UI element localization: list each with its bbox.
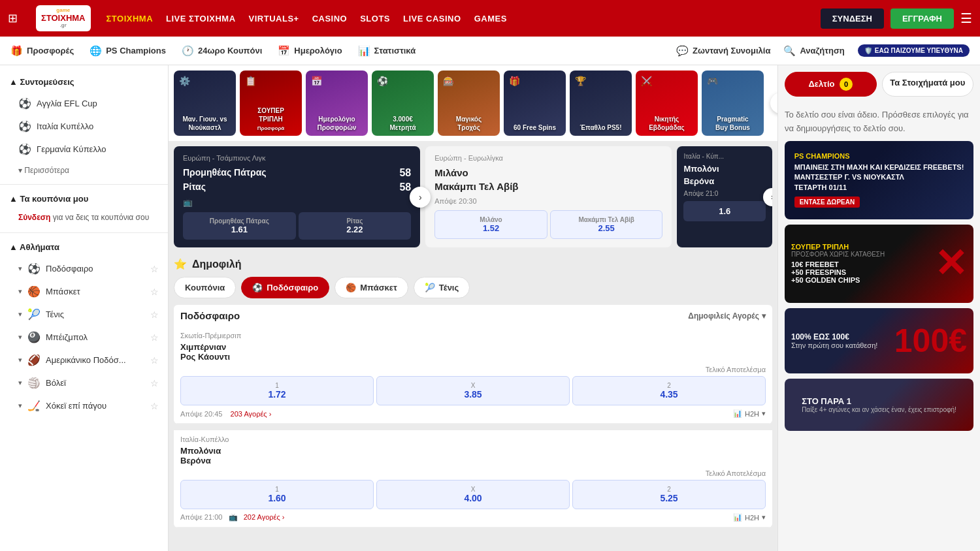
odd-2-x[interactable]: Χ 4.00 xyxy=(376,480,570,509)
odd-1-1[interactable]: 1 1.72 xyxy=(180,376,374,405)
star-icon[interactable]: ☆ xyxy=(150,264,159,274)
match-footer-1: Απόψε 20:45 203 Αγορές › 📊 H2H ▾ xyxy=(180,409,766,418)
live-bet-team1[interactable]: Προμηθέας Πάτρας 1.61 xyxy=(183,212,296,240)
sidebar-item-baseball[interactable]: ▾ 🎱 Μπέιζμπολ ☆ xyxy=(0,326,168,349)
sidebar-item-italy-cup[interactable]: ⚽ Ιταλία Κυπέλλο xyxy=(0,115,168,138)
sidebar-item-england-efl[interactable]: ⚽ Αγγλία EFL Cup xyxy=(0,92,168,115)
chevron-down-icon: ▾ xyxy=(18,401,22,410)
promo-card-freespins[interactable]: 🎁 60 Free Spins xyxy=(504,71,566,136)
subnav-ps-champions[interactable]: 🌐 PS Champions xyxy=(90,45,166,57)
promo-card-pragmatic[interactable]: 🎮 PragmaticBuy Bonus xyxy=(702,71,764,136)
banner-para1[interactable]: ΣΤΟ ΠΑΡΑ 1 Παίξε 4+ αγώνες και αν χάσεις… xyxy=(785,379,973,431)
h2h-btn-1[interactable]: 📊 H2H ▾ xyxy=(733,409,766,418)
sidebar-item-volleyball[interactable]: ▾ 🏐 Βόλεϊ ☆ xyxy=(0,371,168,394)
hamburger-icon[interactable]: ☰ xyxy=(960,10,972,26)
star-icon[interactable]: ☆ xyxy=(150,309,159,320)
sidebar-coupons-header[interactable]: ▲ Τα κουπόνια μου xyxy=(0,189,168,209)
markets-dropdown[interactable]: Δημοφιλείς Αγορές ▾ xyxy=(688,311,766,321)
football-tab-icon: ⚽ xyxy=(252,283,263,292)
tab-coupons[interactable]: Κουπόνια xyxy=(174,277,236,298)
sidebar-item-germany-cup[interactable]: ⚽ Γερμανία Κύπελλο xyxy=(0,138,168,161)
markets-link-1[interactable]: 203 Αγορές › xyxy=(231,410,272,418)
gift-icon: 🎁 xyxy=(10,45,23,57)
sidebar-item-football[interactable]: ▾ ⚽ Ποδόσφαιρο ☆ xyxy=(0,257,168,280)
grid-icon[interactable]: ⊞ xyxy=(8,11,18,25)
promo-card-battles[interactable]: ⚔️ ΝικητήςΕβδομάδας xyxy=(636,71,698,136)
match2-team1-btn[interactable]: Μιλάνο 1.52 xyxy=(434,210,547,239)
betslip-tab-active[interactable]: Δελτίο 0 xyxy=(785,72,877,97)
banner-triple[interactable]: ΣΟΥΠΕΡ ΤΡΙΠΛΗ ΠΡΟΣΦΟΡΑ ΧΩΡΙΣ ΚΑΤΑΘΕΣΗ 10… xyxy=(785,225,973,303)
sidebar-sports-header[interactable]: ▲ Αθλήματα xyxy=(0,237,168,257)
logo-area[interactable]: game ΣΤΟΙΧΗΜΑ .gr xyxy=(36,5,91,31)
odd-1-2[interactable]: 2 4.35 xyxy=(572,376,766,405)
promo-card-ps5[interactable]: 🏆 Έπαθλο PS5! xyxy=(570,71,632,136)
banner-cta-1[interactable]: ΕΝΤΑΣΕ ΔΩΡΕΑΝ xyxy=(794,197,860,208)
match3-odds-btn[interactable]: 1.6 xyxy=(683,201,766,221)
chevron-up-icon: ▲ xyxy=(9,242,18,252)
subnav-statistics[interactable]: 📊 Στατιστικά xyxy=(358,45,416,57)
subnav-offers[interactable]: 🎁 Προσφορές xyxy=(10,45,74,57)
star-icon[interactable]: ☆ xyxy=(150,355,159,366)
markets-link-2[interactable]: 202 Αγορές › xyxy=(244,513,285,521)
register-button[interactable]: ΕΓΓΡΑΦΗ xyxy=(890,8,954,29)
h2h-btn-2[interactable]: 📊 H2H ▾ xyxy=(733,513,766,522)
settings-icon: ⚙️ xyxy=(179,76,190,86)
league2-label: Ευρώπη - Ευρωλίγκα xyxy=(434,154,662,162)
logo[interactable]: game ΣΤΟΙΧΗΜΑ .gr xyxy=(36,5,91,31)
promo-card-magic-wheel[interactable]: 🎰 ΜαγικόςΤροχός xyxy=(438,71,500,136)
promo-card-3000[interactable]: ⚽ 3.000€Μετρητά xyxy=(372,71,434,136)
nav-live-casino[interactable]: LIVE CASINO xyxy=(403,14,461,24)
promo-next-arrow[interactable]: › xyxy=(770,93,777,114)
match3-time: Απόψε 21:0 xyxy=(683,190,766,197)
promo-card-calendar[interactable]: 📅 ΗμερολόγιοΠροσφορών xyxy=(306,71,368,136)
popular-section: ⭐ Δημοφιλή Κουπόνια ⚽ Ποδόσφαιρο 🏀 Μπάσκ… xyxy=(169,253,777,539)
eao-badge[interactable]: 🛡️ ΕΑΩ ΠΑΙΖΟΥΜΕ ΥΠΕΥΘΥΝΑ xyxy=(858,44,970,57)
banner-100[interactable]: 100% ΕΩΣ 100€ Στην πρώτη σου κατάθεση! 1… xyxy=(785,308,973,373)
sidebar-item-tennis[interactable]: ▾ 🎾 Τένις ☆ xyxy=(0,303,168,326)
sidebar-login-link[interactable]: Σύνδεση xyxy=(18,213,50,222)
nav-live-stoixima[interactable]: LIVE ΣΤΟΙΧΗΜΑ xyxy=(166,14,236,24)
promo-card-ps-champions[interactable]: ⚙️ Μαν. Γιουν. vsΝιούκαστλ xyxy=(174,71,236,136)
sidebar-shortcuts-header[interactable]: ▲ Συντομεύσεις xyxy=(0,72,168,92)
star-icon[interactable]: ☆ xyxy=(150,287,159,297)
nav-virtuals[interactable]: VIRTUALS+ xyxy=(249,14,299,24)
subnav-calendar[interactable]: 📅 Ημερολόγιο xyxy=(278,45,342,57)
promo-card-super-triple[interactable]: 📋 ΣΟΥΠΕΡΤΡΙΠΛΗΠροσφορά xyxy=(240,71,302,136)
subnav-search[interactable]: 🔍 Αναζήτηση xyxy=(783,45,844,57)
nav-stoixima[interactable]: ΣΤΟΙΧΗΜΑ xyxy=(106,14,154,24)
team1-row: Προμηθέας Πάτρας 58 xyxy=(183,167,411,179)
baseball-icon: 🎱 xyxy=(27,331,41,343)
subnav-live-chat[interactable]: 💬 Ζωντανή Συνομιλία xyxy=(676,45,770,57)
signin-button[interactable]: ΣΥΝΔΕΣΗ xyxy=(821,8,884,29)
match2-time: Απόψε 20:30 xyxy=(434,197,662,205)
match-league-1: Σκωτία-Πρέμιερσιπ xyxy=(180,332,766,339)
star-icon[interactable]: ☆ xyxy=(150,378,159,388)
live-matches-row: Ευρώπη - Τσάμπιονς Λιγκ Προμηθέας Πάτρας… xyxy=(169,141,777,253)
star-icon[interactable]: ☆ xyxy=(150,332,159,343)
live-card-next-arrow[interactable]: › xyxy=(410,187,431,208)
sidebar-item-hockey[interactable]: ▾ 🏒 Χόκεϊ επί πάγου ☆ xyxy=(0,394,168,417)
sidebar-item-basketball[interactable]: ▾ 🏀 Μπάσκετ ☆ xyxy=(0,280,168,303)
tennis-icon: 🎾 xyxy=(27,308,41,321)
tab-tennis[interactable]: 🎾 Τένις xyxy=(414,277,470,298)
banner-ps-champions[interactable]: PS CHAMPIONS ΜΠΑΙΝΕΙΣ ΣΤΗ ΜΑΧΗ ΚΑΙ ΚΕΡΔΙ… xyxy=(785,141,973,219)
tab-football[interactable]: ⚽ Ποδόσφαιρο xyxy=(241,277,329,298)
odd-1-x[interactable]: Χ 3.85 xyxy=(376,376,570,405)
nav-slots[interactable]: SLOTS xyxy=(360,14,390,24)
tab-basketball[interactable]: 🏀 Μπάσκετ xyxy=(335,277,408,298)
right-panel: Δελτίο 0 Τα Στοιχήματά μου Το δελτίο σου… xyxy=(777,65,980,551)
star-icon[interactable]: ☆ xyxy=(150,401,159,411)
my-bets-tab[interactable]: Τα Στοιχήματά μου xyxy=(882,72,974,97)
match2-team2-btn[interactable]: Μακάμπι Τελ Αβίβ 2.55 xyxy=(550,210,663,239)
sidebar-item-american-football[interactable]: ▾ 🏈 Αμερικάνικο Ποδόσ... ☆ xyxy=(0,349,168,371)
popular-tabs: Κουπόνια ⚽ Ποδόσφαιρο 🏀 Μπάσκετ 🎾 Τένις xyxy=(174,277,772,298)
nav-casino[interactable]: CASINO xyxy=(312,14,348,24)
odd-2-1[interactable]: 1 1.60 xyxy=(180,480,374,509)
odd-2-2[interactable]: 2 5.25 xyxy=(572,480,766,509)
live-match-1: Ευρώπη - Τσάμπιονς Λιγκ Προμηθέας Πάτρας… xyxy=(174,146,420,247)
live-bet-team2[interactable]: Ρίτας 2.22 xyxy=(299,212,412,240)
team1-3: Μπολόνι xyxy=(683,164,766,174)
sidebar-shortcuts-more[interactable]: ▾ Περισσότερα xyxy=(0,161,168,180)
nav-games[interactable]: GAMES xyxy=(474,14,507,24)
subnav-24h-coupon[interactable]: 🕐 24ωρο Κουπόνι xyxy=(182,45,262,57)
